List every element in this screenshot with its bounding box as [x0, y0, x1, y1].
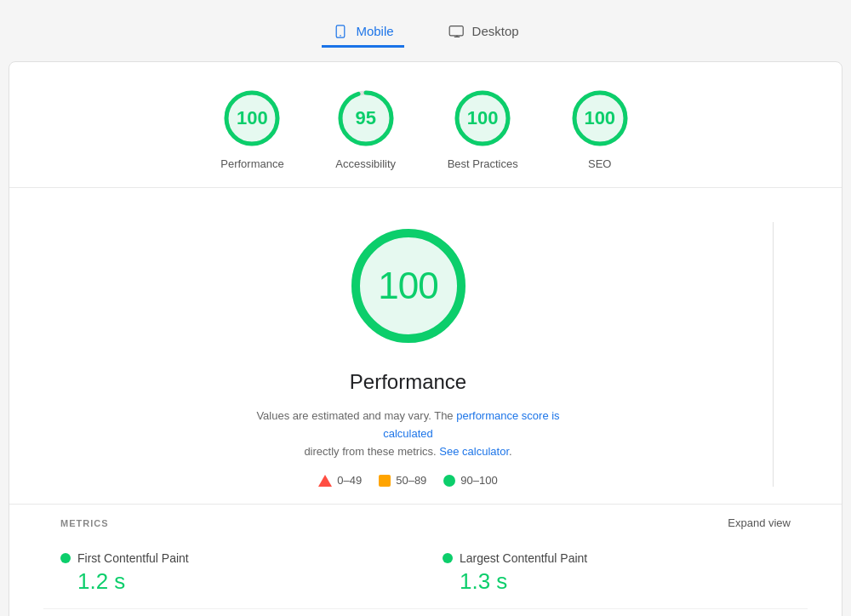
- description-text-2: directly from these metrics.: [304, 445, 436, 458]
- legend-fail-icon: [318, 475, 332, 487]
- score-circle-performance: 100: [221, 88, 283, 149]
- legend-pass-label: 90–100: [460, 474, 497, 487]
- metric-cls: Cumulative Layout Shift 0: [426, 609, 808, 616]
- score-value-best-practices: 100: [467, 107, 499, 129]
- legend-average-label: 50–89: [396, 474, 426, 487]
- score-row: 100 Performance 95 Accessibility: [9, 62, 842, 188]
- big-score-circle: 100: [345, 222, 472, 350]
- score-value-seo: 100: [584, 107, 615, 129]
- metric-name-fcp: First Contentful Paint: [77, 551, 189, 565]
- description: Values are estimated and may vary. The p…: [247, 408, 570, 460]
- legend-average-icon: [379, 475, 391, 487]
- score-circle-best-practices: 100: [452, 88, 513, 149]
- score-item-best-practices: 100 Best Practices: [448, 88, 518, 170]
- legend: 0–49 50–89 90–100: [318, 474, 497, 487]
- legend-average: 50–89: [379, 474, 426, 487]
- legend-fail: 0–49: [318, 474, 362, 487]
- score-item-performance: 100 Performance: [220, 88, 283, 170]
- metric-tbt: Total Blocking Time 0 ms: [43, 609, 426, 616]
- detail-left: 100 Performance Values are estimated and…: [60, 222, 756, 487]
- main-card: 100 Performance 95 Accessibility: [9, 61, 842, 616]
- metric-lcp: Largest Contentful Paint 1.3 s: [426, 538, 808, 609]
- score-item-accessibility: 95 Accessibility: [335, 88, 397, 170]
- tab-desktop-label: Desktop: [472, 24, 519, 38]
- tab-mobile[interactable]: Mobile: [322, 17, 403, 48]
- score-circle-seo: 100: [569, 88, 631, 149]
- score-item-seo: 100 SEO: [569, 88, 631, 170]
- metrics-label: METRICS: [60, 518, 109, 528]
- score-label-accessibility: Accessibility: [335, 157, 396, 170]
- score-value-accessibility: 95: [355, 107, 375, 129]
- legend-pass: 90–100: [443, 474, 497, 487]
- performance-title: Performance: [350, 370, 466, 394]
- metric-name-lcp: Largest Contentful Paint: [460, 551, 587, 565]
- tab-bar: Mobile Desktop: [9, 17, 842, 48]
- score-value-performance: 100: [237, 107, 268, 129]
- metrics-grid: First Contentful Paint 1.2 s Largest Con…: [9, 538, 842, 616]
- metric-dot-fcp: [60, 553, 71, 563]
- metric-fcp: First Contentful Paint 1.2 s: [43, 538, 426, 609]
- score-label-performance: Performance: [220, 157, 283, 170]
- tab-mobile-label: Mobile: [356, 24, 393, 38]
- detail-section: 100 Performance Values are estimated and…: [9, 188, 842, 504]
- svg-rect-2: [449, 26, 463, 35]
- description-text-1: Values are estimated and may vary. The: [256, 409, 453, 422]
- score-label-best-practices: Best Practices: [448, 157, 518, 170]
- metric-dot-lcp: [443, 553, 453, 563]
- metric-value-lcp: 1.3 s: [443, 568, 791, 595]
- big-score-value: 100: [378, 265, 437, 307]
- expand-view-button[interactable]: Expand view: [728, 516, 791, 529]
- score-label-seo: SEO: [588, 157, 611, 170]
- tab-desktop[interactable]: Desktop: [438, 17, 529, 48]
- metrics-header: METRICS Expand view: [9, 504, 842, 538]
- metric-value-fcp: 1.2 s: [60, 568, 408, 595]
- score-circle-accessibility: 95: [335, 88, 397, 149]
- legend-pass-icon: [443, 475, 455, 487]
- detail-divider: [773, 222, 774, 487]
- legend-fail-label: 0–49: [337, 474, 362, 487]
- see-calculator-link[interactable]: See calculator: [439, 445, 509, 458]
